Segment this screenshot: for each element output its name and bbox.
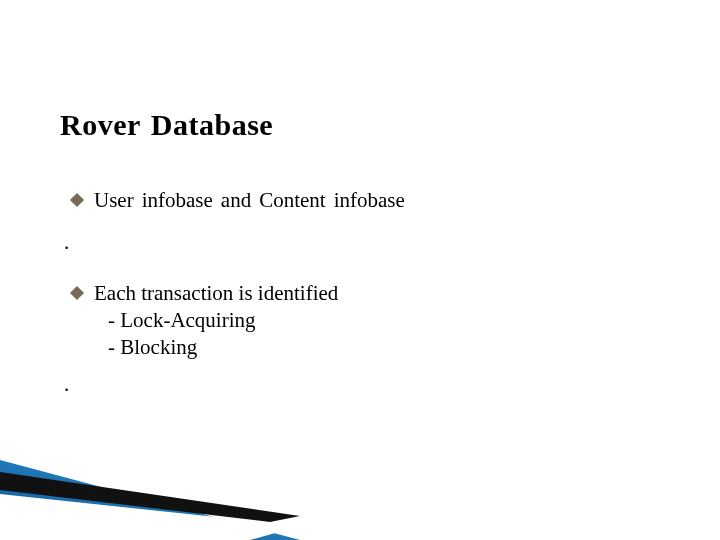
title-word-1: Rover bbox=[60, 108, 141, 141]
svg-marker-0 bbox=[0, 460, 300, 540]
diamond-bullet-icon bbox=[70, 193, 84, 207]
bullet-1-word-4: Content bbox=[259, 188, 326, 212]
bullet-2-sub-1: - Lock-Acquiring bbox=[94, 307, 338, 334]
bullet-1: UserinfobaseandContentinfobase bbox=[72, 187, 405, 214]
bullet-1-word-3: and bbox=[221, 188, 251, 212]
bullet-2-text: Each transaction is identified - Lock-Ac… bbox=[94, 280, 338, 361]
bullet-1-word-1: User bbox=[94, 188, 134, 212]
separator-dot-2: . bbox=[64, 372, 69, 397]
svg-marker-1 bbox=[0, 472, 300, 522]
svg-marker-2 bbox=[0, 494, 300, 540]
bullet-2-sub-2: - Blocking bbox=[94, 334, 338, 361]
bullet-1-text: UserinfobaseandContentinfobase bbox=[94, 187, 405, 214]
bullet-1-word-5: infobase bbox=[334, 188, 405, 212]
diamond-bullet-icon bbox=[70, 286, 84, 300]
title-word-2: Database bbox=[151, 108, 273, 141]
bullet-2: Each transaction is identified - Lock-Ac… bbox=[72, 280, 338, 361]
bullet-2-line-1: Each transaction is identified bbox=[94, 280, 338, 307]
bullet-1-word-2: infobase bbox=[142, 188, 213, 212]
separator-dot-1: . bbox=[64, 230, 69, 255]
slide-title: RoverDatabase bbox=[60, 108, 273, 142]
slide: { "title": { "word1": "Rover", "word2": … bbox=[0, 0, 720, 540]
corner-decoration bbox=[0, 420, 360, 540]
